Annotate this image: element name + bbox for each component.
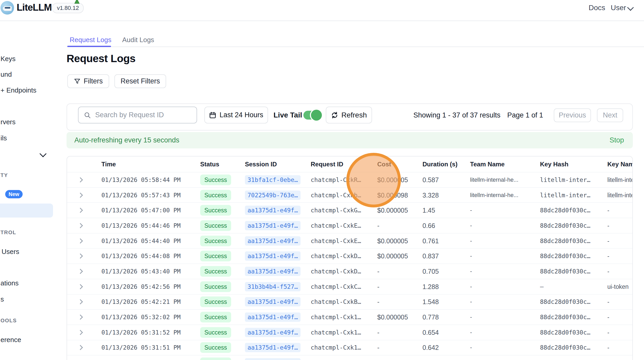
table-row[interactable]: 01/13/2026 05:43:40 PMSuccessaa1375d1-e4… xyxy=(67,264,632,279)
tree-icon xyxy=(74,0,80,4)
row-expand-chevron-icon[interactable] xyxy=(78,284,83,289)
session-id-link[interactable]: 31bfa1cf-0ebe… xyxy=(245,175,301,185)
row-expand-chevron-icon[interactable] xyxy=(78,253,83,259)
sidebar-item-endpoints[interactable]: + Endpoints xyxy=(1,86,36,94)
cell-cost: - xyxy=(377,344,379,351)
previous-page-button[interactable]: Previous xyxy=(554,108,591,122)
table-row[interactable]: 01/13/2026 05:42:21 PMSuccessaa1375d1-e4… xyxy=(67,294,632,310)
table-row[interactable]: 01/13/2026 05:44:08 PMSuccessaa1375d1-e4… xyxy=(67,248,632,264)
sidebar-item-organizations[interactable]: ations xyxy=(1,279,18,287)
cell-request: chatcmpl-Cxk1… xyxy=(311,344,361,351)
row-expand-chevron-icon[interactable] xyxy=(78,177,83,182)
live-tail-toggle[interactable] xyxy=(303,111,321,120)
cell-key_hash: 88dc28d0f030c… xyxy=(540,207,590,214)
session-id-link[interactable]: aa1375d1-e49f… xyxy=(245,206,301,215)
session-id-link[interactable]: aa1375d1-e49f… xyxy=(245,251,301,261)
table-row[interactable]: 01/13/2026 05:47:00 PMSuccessaa1375d1-e4… xyxy=(67,202,632,218)
cell-request: chatcmpl-CxkE… xyxy=(311,222,361,229)
sidebar-item-servers[interactable]: rvers xyxy=(1,118,16,126)
status-badge: Success xyxy=(200,297,231,307)
status-badge: Success xyxy=(200,205,231,216)
row-expand-chevron-icon[interactable] xyxy=(78,330,83,335)
row-expand-chevron-icon[interactable] xyxy=(78,315,83,320)
table-row[interactable]: 01/13/2026 05:31:51 PMSuccessaa1375d1-e4… xyxy=(67,340,632,355)
session-id-link[interactable]: aa1375d1-e49f… xyxy=(245,328,301,337)
search-box[interactable] xyxy=(78,107,197,123)
stop-auto-refresh-link[interactable]: Stop xyxy=(609,136,624,144)
cell-key_hash: – xyxy=(540,283,544,290)
nav-docs-link[interactable]: Docs xyxy=(589,4,605,12)
cell-request: chatcmpl-CxkD… xyxy=(311,253,361,259)
table-row[interactable]: 01/13/2026 05:31:52 PMSuccessaa1375d1-e4… xyxy=(67,325,632,340)
cell-cost: $0.000005 xyxy=(377,237,408,245)
sidebar-item-guardrails[interactable]: ils xyxy=(1,134,7,142)
status-badge: Success xyxy=(200,312,231,323)
table-row[interactable]: 01/13/2026 05:31:38 PMSuccessaa1375d1-e4… xyxy=(67,355,632,360)
auto-refresh-banner: Auto-refreshing every 15 seconds Stop xyxy=(67,132,633,148)
tab-audit-logs[interactable]: Audit Logs xyxy=(122,36,154,44)
session-id-link[interactable]: aa1375d1-e49f… xyxy=(245,267,301,276)
row-expand-chevron-icon[interactable] xyxy=(78,345,83,350)
cell-status: Success xyxy=(200,220,231,231)
session-id-link[interactable]: 31b3b4b4-f527… xyxy=(245,282,301,291)
table-row[interactable]: 01/13/2026 05:58:44 PMSuccess31bfa1cf-0e… xyxy=(67,172,632,187)
session-id-link[interactable]: 7022549b-763e… xyxy=(245,191,301,200)
session-id-link[interactable]: aa1375d1-e49f… xyxy=(245,312,301,322)
row-expand-chevron-icon[interactable] xyxy=(78,193,83,198)
sidebar-collapse-chevron-icon[interactable] xyxy=(40,150,47,157)
cell-duration: 0.705 xyxy=(422,267,439,275)
brand-name[interactable]: LiteLLM xyxy=(17,2,52,13)
row-expand-chevron-icon[interactable] xyxy=(78,223,83,228)
row-expand-chevron-icon[interactable] xyxy=(78,299,83,304)
cell-key_hash: 88dc28d0f030c… xyxy=(540,314,590,320)
cell-request: chatcmpl-CxkB… xyxy=(311,298,361,305)
logs-table: TimeStatusSession IDRequest IDCostDurati… xyxy=(67,156,633,360)
table-row[interactable]: 01/13/2026 05:57:43 PMSuccess7022549b-76… xyxy=(67,187,632,203)
refresh-icon xyxy=(331,112,338,119)
table-row[interactable]: 01/13/2026 05:32:02 PMSuccessaa1375d1-e4… xyxy=(67,309,632,325)
cell-team: - xyxy=(470,238,472,244)
refresh-button[interactable]: Refresh xyxy=(326,107,372,123)
time-range-button[interactable]: Last 24 Hours xyxy=(204,107,268,123)
cell-status: Success xyxy=(200,174,231,185)
chevron-down-icon[interactable] xyxy=(627,4,634,11)
cell-time: 01/13/2026 05:44:46 PM xyxy=(101,222,181,229)
filters-button[interactable]: Filters xyxy=(67,74,109,88)
row-expand-chevron-icon[interactable] xyxy=(78,238,83,244)
cell-key_name: - xyxy=(607,253,633,260)
cell-time: 01/13/2026 05:42:56 PM xyxy=(101,283,181,290)
row-expand-chevron-icon[interactable] xyxy=(78,208,83,213)
cell-team: - xyxy=(470,344,472,351)
sidebar-item-api-reference[interactable]: erence xyxy=(1,336,21,344)
new-badge: New xyxy=(5,190,23,198)
cell-cost: - xyxy=(377,298,379,306)
litellm-logo[interactable] xyxy=(1,1,14,15)
table-row[interactable]: 01/13/2026 05:44:40 PMSuccessaa1375d1-e4… xyxy=(67,233,632,248)
sidebar-item-teams[interactable]: s xyxy=(1,295,4,303)
sidebar-item-playground[interactable]: und xyxy=(1,70,12,78)
sidebar-item-keys[interactable]: Keys xyxy=(1,55,16,63)
next-page-button[interactable]: Next xyxy=(597,108,623,122)
table-row[interactable]: 01/13/2026 05:42:56 PMSuccess31b3b4b4-f5… xyxy=(67,279,632,294)
search-input[interactable] xyxy=(95,111,189,119)
cell-key_hash: 88dc28d0f030c… xyxy=(540,222,590,229)
session-id-link[interactable]: aa1375d1-e49f… xyxy=(245,236,301,246)
user-menu[interactable]: User xyxy=(611,4,626,12)
cell-duration: 1.45 xyxy=(422,207,435,214)
status-badge: Success xyxy=(200,235,231,246)
table-row[interactable]: 01/13/2026 05:44:46 PMSuccessaa1375d1-e4… xyxy=(67,218,632,233)
cell-cost: $0.000005 xyxy=(377,207,408,214)
session-id-link[interactable]: aa1375d1-e49f… xyxy=(245,221,301,230)
session-id-link[interactable]: aa1375d1-e49f… xyxy=(245,343,301,352)
sidebar-section-label: TROL xyxy=(1,230,16,235)
sidebar-item-users[interactable]: Users xyxy=(2,248,19,256)
session-id-link[interactable]: aa1375d1-e49f… xyxy=(245,358,301,360)
session-id-link[interactable]: aa1375d1-e49f… xyxy=(245,297,301,306)
tab-request-logs[interactable]: Request Logs xyxy=(70,36,111,44)
column-header: Status xyxy=(200,161,219,168)
sidebar-item-selected[interactable] xyxy=(0,204,53,218)
cell-status: Success xyxy=(200,235,231,246)
status-badge: Success xyxy=(200,190,231,200)
row-expand-chevron-icon[interactable] xyxy=(78,269,83,274)
reset-filters-button[interactable]: Reset Filters xyxy=(114,74,166,88)
